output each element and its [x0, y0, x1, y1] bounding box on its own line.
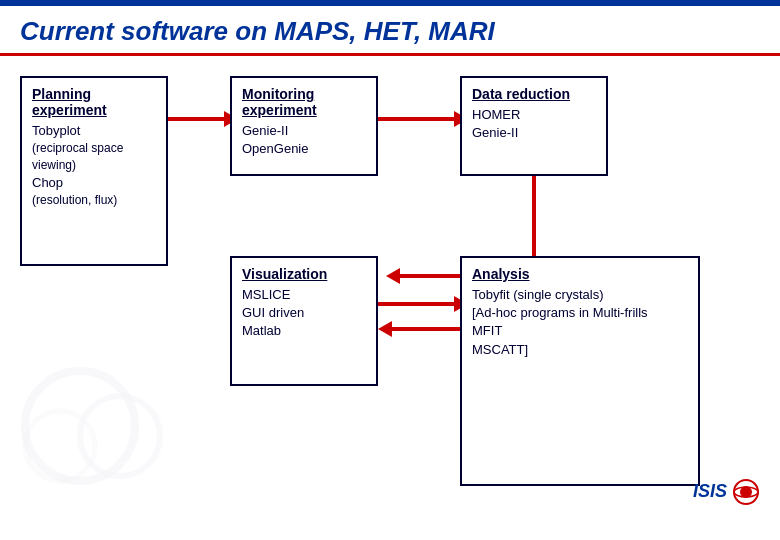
planning-item-1: Tobyplot [32, 122, 156, 140]
datareduction-item-1: HOMER [472, 106, 596, 124]
arrow-vis-analysis [378, 296, 468, 312]
monitoring-item-2: OpenGenie [242, 140, 366, 158]
analysis-item-2: [Ad-hoc programs in Multi-frills [472, 304, 688, 322]
analysis-title: Analysis [472, 266, 688, 282]
page: Current software on MAPS, HET, MARI Plan… [0, 0, 780, 540]
datareduction-title: Data reduction [472, 86, 596, 102]
planning-item-2: (reciprocal space viewing) [32, 140, 156, 174]
analysis-item-4: MSCATT] [472, 341, 688, 359]
planning-title: Planning experiment [32, 86, 156, 118]
datareduction-item-2: Genie-II [472, 124, 596, 142]
monitoring-title: Monitoring experiment [242, 86, 366, 118]
background-decoration [20, 366, 200, 486]
arrow-analysis-vis [378, 321, 468, 337]
visualization-item-1: MSLICE [242, 286, 366, 304]
analysis-box: Analysis Tobyfit (single crystals) [Ad-h… [460, 256, 700, 486]
page-title: Current software on MAPS, HET, MARI [20, 16, 760, 47]
analysis-item-3: MFIT [472, 322, 688, 340]
title-section: Current software on MAPS, HET, MARI [0, 6, 780, 56]
svg-point-2 [25, 411, 95, 481]
visualization-item-2: GUI driven [242, 304, 366, 322]
monitoring-box: Monitoring experiment Genie-II OpenGenie [230, 76, 378, 176]
arrow-planning-monitoring [168, 111, 238, 127]
visualization-box: Visualization MSLICE GUI driven Matlab [230, 256, 378, 386]
planning-box: Planning experiment Tobyplot (reciprocal… [20, 76, 168, 266]
content-area: Planning experiment Tobyplot (reciprocal… [0, 56, 780, 516]
isis-logo: ISIS [693, 478, 760, 506]
planning-item-4: (resolution, flux) [32, 192, 156, 209]
visualization-title: Visualization [242, 266, 366, 282]
arrow-monitoring-reduction [378, 111, 468, 127]
datareduction-box: Data reduction HOMER Genie-II [460, 76, 608, 176]
planning-item-3: Chop [32, 174, 156, 192]
analysis-item-1: Tobyfit (single crystals) [472, 286, 688, 304]
isis-logo-text: ISIS [693, 481, 727, 501]
monitoring-item-1: Genie-II [242, 122, 366, 140]
visualization-item-3: Matlab [242, 322, 366, 340]
